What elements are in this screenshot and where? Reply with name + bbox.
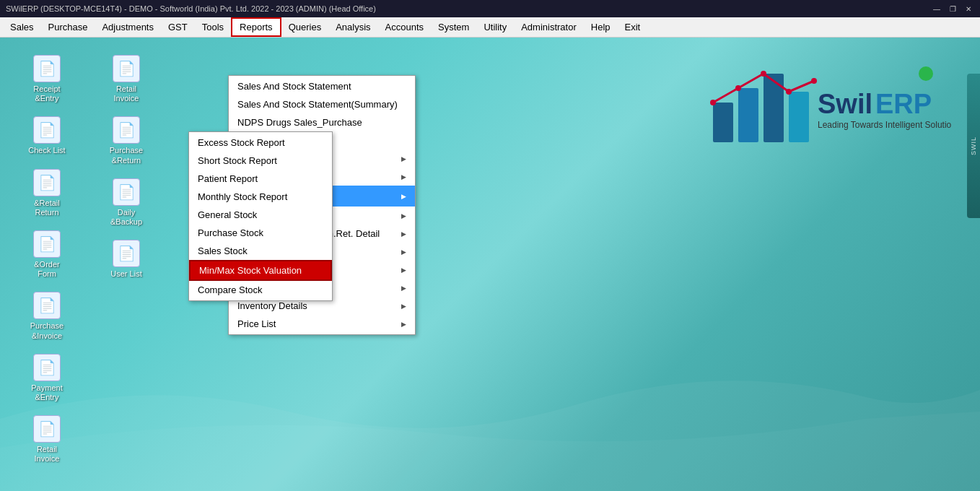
svg-rect-0 (713, 103, 733, 142)
purchase-return-icon: 📄 (113, 116, 140, 144)
desktop-icon-purchase-return[interactable]: 📄 Purchase&Return (101, 113, 152, 168)
user-list-icon: 📄 (113, 240, 140, 267)
desktop-icon-purchase-invoice[interactable]: 📄 Purchase&Invoice (22, 289, 72, 343)
menu-sales-stock-summary[interactable]: Sales And Stock Statement(Summary) (229, 95, 415, 113)
title-text: SWilERP (DESKTOP-MCE14T4) - DEMO - Softw… (6, 4, 376, 13)
menu-sales[interactable]: Sales (3, 19, 41, 35)
retail-return-label: &RetailReturn (34, 199, 59, 217)
menu-purchase[interactable]: Purchase (41, 19, 95, 35)
close-btn[interactable]: ✕ (963, 3, 974, 14)
svg-point-7 (786, 89, 792, 95)
svg-point-8 (811, 78, 817, 84)
receipt-entry-icon: 📄 (33, 55, 61, 82)
desktop-icon-retail-return[interactable]: 📄 &RetailReturn (22, 166, 72, 220)
svg-rect-3 (789, 92, 809, 142)
title-controls: — ❐ ✕ (931, 3, 974, 14)
maximize-btn[interactable]: ❐ (947, 3, 958, 14)
desktop-icon-user-list[interactable]: 📄 User List (101, 237, 152, 282)
menu-system[interactable]: System (431, 19, 476, 35)
svg-rect-2 (764, 74, 784, 142)
menu-bar: Sales Purchase Adjustments GST Tools Rep… (0, 17, 980, 38)
desktop-icon-receipt-entry[interactable]: 📄 Receipt&Entry (22, 52, 72, 106)
submenu-general-stock[interactable]: General Stock (189, 206, 332, 224)
purchase-invoice-icon: 📄 (33, 292, 61, 319)
menu-adjustments[interactable]: Adjustments (95, 19, 161, 35)
receipt-entry-label: Receipt&Entry (33, 84, 60, 103)
menu-queries[interactable]: Queries (281, 19, 329, 35)
desktop-icon-order-form[interactable]: 📄 &OrderForm (22, 227, 72, 282)
logo-container: Swil ERP Leading Towards Intelligent Sol… (706, 59, 951, 155)
submenu-patient-report[interactable]: Patient Report (189, 170, 332, 188)
payment-entry-label: Payment&Entry (31, 383, 62, 402)
retail-invoice-2-label: RetailInvoice (114, 84, 139, 103)
order-form-label: &OrderForm (34, 260, 59, 279)
menu-accounts[interactable]: Accounts (378, 19, 431, 35)
desktop-icon-retail-invoice-2[interactable]: 📄 RetailInvoice (101, 52, 152, 106)
user-list-label: User List (110, 269, 141, 279)
submenu-monthly-stock[interactable]: Monthly Stock Report (189, 188, 332, 206)
menu-utility[interactable]: Utility (476, 19, 514, 35)
svg-point-11 (919, 66, 933, 81)
desktop-icon-payment-entry[interactable]: 📄 Payment&Entry (22, 351, 72, 405)
desktop-icon-daily-backup[interactable]: 📄 Daily&Backup (101, 175, 152, 230)
submenu-minmax-stock[interactable]: Min/Max Stock Valuation (189, 260, 332, 281)
payment-entry-icon: 📄 (33, 354, 61, 381)
retail-invoice-icon: 📄 (33, 415, 61, 443)
retail-invoice-2-icon: 📄 (113, 55, 140, 82)
menu-tools[interactable]: Tools (195, 19, 231, 35)
menu-help[interactable]: Help (584, 19, 618, 35)
stock-reports-menu: Excess Stock Report Short Stock Report P… (188, 131, 333, 301)
minimize-btn[interactable]: — (931, 3, 942, 14)
submenu-compare-stock[interactable]: Compare Stock (189, 281, 332, 299)
desktop-icon-check-list[interactable]: 📄 Check List (22, 113, 72, 158)
svg-point-6 (761, 71, 766, 77)
check-list-icon: 📄 (33, 116, 61, 144)
menu-price-list-2[interactable]: Price List ▶ (229, 315, 415, 333)
svg-point-5 (735, 85, 741, 91)
menu-gst[interactable]: GST (161, 19, 195, 35)
desktop-icon-retail-invoice[interactable]: 📄 RetailInvoice (22, 412, 72, 466)
desktop: 📄 Receipt&Entry 📄 Check List 📄 &RetailRe… (0, 38, 980, 491)
svg-text:Swil: Swil (818, 89, 872, 119)
daily-backup-label: Daily&Backup (110, 208, 142, 227)
menu-ndps-drugs[interactable]: NDPS Drugs Sales_Purchase (229, 113, 415, 131)
check-list-label: Check List (28, 146, 65, 155)
submenu-sales-stock[interactable]: Sales Stock (189, 242, 332, 260)
svg-rect-1 (738, 88, 758, 142)
svg-text:Leading Towards Intelligent So: Leading Towards Intelligent Solutions. (818, 120, 951, 130)
submenu-short-stock[interactable]: Short Stock Report (189, 152, 332, 170)
menu-administrator[interactable]: Administrator (514, 19, 584, 35)
menu-reports[interactable]: Reports (231, 17, 281, 37)
title-bar: SWilERP (DESKTOP-MCE14T4) - DEMO - Softw… (0, 0, 980, 17)
order-form-icon: 📄 (33, 230, 61, 258)
submenu-excess-stock[interactable]: Excess Stock Report (189, 134, 332, 152)
purchase-return-label: Purchase&Return (110, 146, 143, 165)
retail-return-icon: 📄 (33, 169, 61, 196)
menu-analysis[interactable]: Analysis (328, 19, 377, 35)
submenu-purchase-stock[interactable]: Purchase Stock (189, 224, 332, 242)
svg-point-4 (710, 100, 716, 105)
retail-invoice-label: RetailInvoice (35, 445, 60, 464)
svg-text:ERP: ERP (875, 89, 932, 119)
menu-sales-stock-statement[interactable]: Sales And Stock Statement (229, 77, 415, 95)
purchase-invoice-label: Purchase&Invoice (30, 321, 64, 340)
stock-reports-submenu: Excess Stock Report Short Stock Report P… (188, 131, 333, 301)
menu-exit[interactable]: Exit (618, 19, 648, 35)
daily-backup-icon: 📄 (113, 178, 140, 206)
